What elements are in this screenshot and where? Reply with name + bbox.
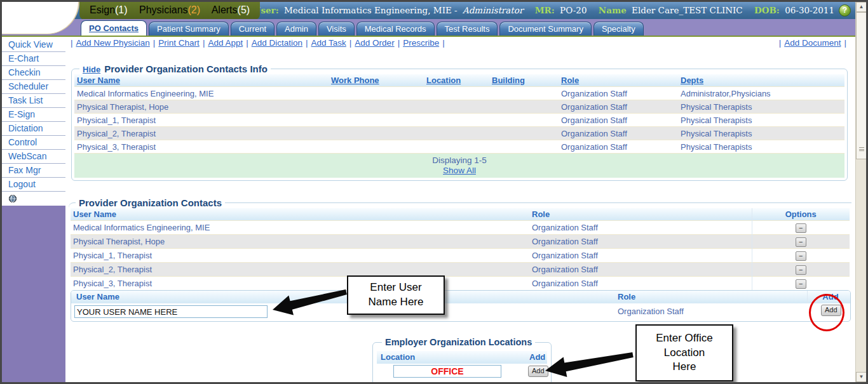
cell-role: Organization Staff — [559, 87, 678, 100]
scrollbar-thumb[interactable] — [856, 12, 867, 159]
hide-link[interactable]: Hide — [83, 65, 100, 74]
cell-depts: Physical Therapists — [678, 127, 844, 140]
table-header-row: User Name Work Phone Location Building R… — [74, 74, 844, 87]
cell-work-phone — [329, 114, 424, 127]
col-role: Role — [618, 292, 635, 301]
cell-building — [489, 127, 559, 140]
cell-user-name: Physical_1, Therapist — [74, 114, 329, 127]
add-appt-link[interactable]: Add Appt — [208, 38, 243, 48]
scroll-up-arrow-icon[interactable]: ▲ — [856, 2, 867, 12]
cell-work-phone — [329, 140, 424, 154]
cell-role: Organization Staff — [529, 235, 752, 249]
col-depts[interactable]: Depts — [678, 74, 844, 87]
tab-test-results[interactable]: Test Results — [437, 22, 498, 36]
physicians-link[interactable]: Physicians(2) — [139, 4, 200, 15]
sidebar-item-e-sign[interactable]: E-Sign — [2, 108, 65, 122]
displaying-count: Displaying 1-5 — [74, 156, 844, 165]
col-work-phone[interactable]: Work Phone — [329, 74, 424, 87]
separator: | — [153, 38, 156, 48]
add-contact-header: User Name Role Add — [71, 291, 850, 303]
cell-depts: Physical Therapists — [678, 140, 844, 154]
tab-document-summary[interactable]: Document Summary — [499, 22, 591, 36]
tab-admin[interactable]: Admin — [276, 22, 316, 36]
tab-current[interactable]: Current — [231, 22, 275, 36]
sidebar-item-quick-view[interactable]: Quick View — [2, 38, 65, 52]
po-contacts-info-panel: HideProvider Organization Contacts Info … — [71, 63, 848, 181]
po-contacts-panel: Provider Organization Contacts User Name… — [69, 197, 851, 290]
office-location-callout: Enter Office Location Here — [635, 324, 733, 381]
panel-title: Provider Organization Contacts Info — [104, 63, 268, 74]
add-contact-row: Organization Staff Add — [71, 303, 850, 321]
table-row: Physical_1, Therapist Organization Staff… — [71, 249, 850, 263]
show-all-link[interactable]: Show All — [443, 166, 476, 175]
help-icon[interactable]: ? — [839, 4, 851, 17]
scrollbar-grip — [859, 147, 864, 151]
sidebar-item-e-chart[interactable]: E-Chart — [2, 52, 65, 66]
sidebar-item-task-list[interactable]: Task List — [2, 94, 65, 108]
table-row: Physical_2, Therapist Organization Staff… — [74, 127, 844, 140]
cell-role: Organization Staff — [529, 277, 752, 291]
cell-role: Organization Staff — [529, 263, 752, 277]
cell-building — [489, 114, 559, 127]
tab-visits[interactable]: Visits — [318, 22, 355, 36]
sidebar-item-logout[interactable]: Logout — [2, 178, 65, 192]
arrow-to-location-input — [544, 352, 636, 380]
separator: | — [203, 38, 205, 48]
add-order-link[interactable]: Add Order — [355, 38, 394, 48]
sidebar-item-fax-mgr[interactable]: Fax Mgr — [2, 164, 65, 178]
location-input[interactable] — [393, 365, 501, 378]
print-chart-link[interactable]: Print Chart — [158, 38, 200, 48]
col-role[interactable]: Role — [559, 74, 678, 87]
separator: | — [246, 38, 248, 48]
tab-patient-summary[interactable]: Patient Summary — [149, 22, 229, 36]
add-task-link[interactable]: Add Task — [311, 38, 346, 48]
sidebar-item-checkin[interactable]: Checkin — [2, 66, 65, 80]
col-user-name[interactable]: User Name — [74, 74, 329, 87]
cell-options: − — [752, 249, 850, 263]
table-row: Physical_3, Therapist Organization Staff… — [71, 277, 850, 291]
employer-locations-panel: Employer Organization Locations Location… — [372, 337, 552, 382]
tab-medical-records[interactable]: Medical Records — [356, 22, 435, 36]
cell-work-phone — [329, 87, 424, 100]
sidebar-item-webscan[interactable]: WebScan — [2, 150, 65, 164]
panel-title: Employer Organization Locations — [385, 337, 532, 347]
user-name-input[interactable] — [74, 305, 268, 318]
locations-header: Location Add — [377, 351, 547, 364]
cell-depts: Administrator,Physicians — [678, 87, 844, 100]
add-document-link[interactable]: Add Document — [784, 38, 841, 48]
web-icon[interactable] — [2, 192, 65, 206]
col-building[interactable]: Building — [489, 74, 559, 87]
col-role: Role — [529, 208, 752, 221]
separator: | — [398, 38, 400, 48]
esign-count: (1) — [115, 4, 128, 15]
cell-options: − — [752, 277, 850, 291]
scroll-down-arrow-icon[interactable]: ▼ — [856, 372, 867, 382]
cell-depts: Physical Therapists — [678, 100, 844, 114]
vertical-scrollbar[interactable]: ▲ ▼ — [855, 2, 866, 382]
remove-contact-button[interactable]: − — [796, 265, 806, 275]
remove-contact-button[interactable]: − — [796, 223, 806, 233]
remove-contact-button[interactable]: − — [796, 279, 806, 289]
contacts-info-table: User Name Work Phone Location Building R… — [74, 74, 844, 178]
cell-user-name: Physical_2, Therapist — [74, 127, 329, 140]
add-dictation-link[interactable]: Add Dictation — [252, 38, 302, 48]
sidebar-item-scheduler[interactable]: Scheduler — [2, 80, 65, 94]
cell-options: − — [752, 221, 850, 235]
esign-link[interactable]: Esign(1) — [90, 4, 128, 15]
physicians-count: (2) — [188, 4, 201, 15]
panel-title: Provider Organization Contacts — [79, 197, 222, 208]
cell-role: Organization Staff — [559, 127, 678, 140]
tab-specialty[interactable]: Specialty — [593, 22, 644, 36]
sidebar-item-dictation[interactable]: Dictation — [2, 122, 65, 136]
add-new-physician-link[interactable]: Add New Physician — [76, 38, 150, 48]
sidebar-item-control[interactable]: Control — [2, 136, 65, 150]
prescribe-link[interactable]: Prescribe — [403, 38, 439, 48]
remove-contact-button[interactable]: − — [796, 237, 806, 247]
tab-po-contacts[interactable]: PO Contacts — [81, 20, 147, 36]
alerts-link[interactable]: Alerts(5) — [212, 4, 250, 15]
notification-bar: Esign(1) Physicians(2) Alerts(5) — [79, 2, 260, 20]
add-contact-box: User Name Role Add Organization Staff Ad… — [71, 290, 851, 322]
remove-contact-button[interactable]: − — [796, 251, 806, 261]
cell-options: − — [752, 235, 850, 249]
col-location[interactable]: Location — [424, 74, 489, 87]
